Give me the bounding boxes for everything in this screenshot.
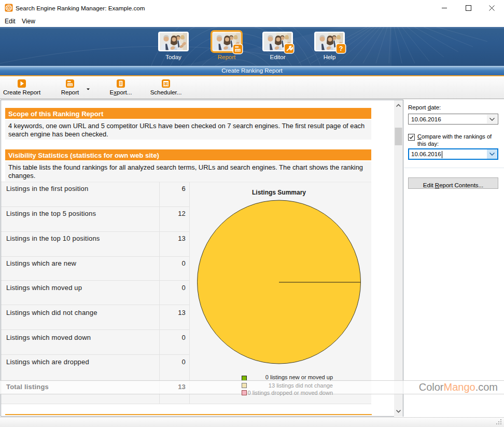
svg-text:?: ? — [339, 45, 343, 52]
svg-text:12: 12 — [164, 82, 168, 86]
